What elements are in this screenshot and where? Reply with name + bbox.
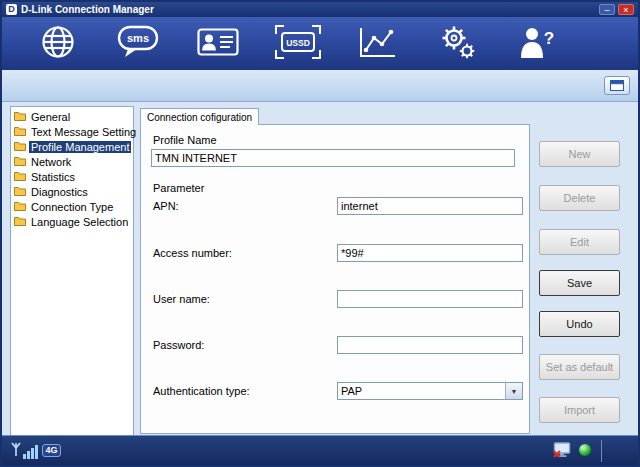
toolbar-network-button[interactable] <box>35 23 81 65</box>
toolbar-settings-button[interactable] <box>435 23 481 65</box>
folder-icon <box>14 171 26 183</box>
authentication-type-label: Authentication type: <box>153 385 250 397</box>
save-button[interactable]: Save <box>539 270 620 296</box>
globe-icon <box>39 23 77 65</box>
apn-input[interactable] <box>337 197 523 215</box>
monitor-disconnected-icon[interactable] <box>552 442 572 462</box>
line-chart-icon <box>358 25 398 63</box>
sidebar-item-text-message-setting[interactable]: Text Message Setting <box>11 124 133 139</box>
status-bar: 4G <box>2 435 638 465</box>
chevron-down-icon[interactable]: ▼ <box>505 383 522 399</box>
sidebar-item-statistics[interactable]: Statistics <box>11 169 133 184</box>
parameter-group-label: Parameter <box>153 182 204 194</box>
sidebar-item-connection-type[interactable]: Connection Type <box>11 199 133 214</box>
sidebar-item-language-selection[interactable]: Language Selection <box>11 214 133 229</box>
set-as-default-button[interactable]: Set as default <box>539 354 620 380</box>
contact-card-icon <box>197 26 239 62</box>
sidebar-item-network[interactable]: Network <box>11 154 133 169</box>
profile-name-label: Profile Name <box>153 134 217 146</box>
close-button[interactable]: × <box>618 4 634 15</box>
toolbar-ussd-button[interactable]: USSD <box>275 23 321 65</box>
edit-button[interactable]: Edit <box>539 229 620 255</box>
connection-configuration-panel: Profile Name Parameter APN: Access numbe… <box>140 124 530 434</box>
status-divider <box>601 440 602 462</box>
access-number-label: Access number: <box>153 247 232 259</box>
import-button[interactable]: Import <box>539 397 620 423</box>
navigation-sidebar: General Text Message Setting Profile Man… <box>10 106 134 436</box>
window-title: D-Link Connection Manager <box>21 4 154 15</box>
green-status-orb-icon[interactable] <box>578 443 592 461</box>
app-window: D D-Link Connection Manager – × <box>0 0 640 467</box>
authentication-type-value: PAP <box>338 385 505 397</box>
minimize-button[interactable]: – <box>599 4 615 15</box>
sidebar-item-diagnostics[interactable]: Diagnostics <box>11 184 133 199</box>
folder-icon <box>14 141 26 153</box>
svg-text:sms: sms <box>127 32 149 44</box>
password-input[interactable] <box>337 336 523 354</box>
folder-icon <box>14 111 26 123</box>
delete-button[interactable]: Delete <box>539 185 620 211</box>
gears-icon <box>439 23 477 65</box>
network-type-badge: 4G <box>42 444 61 457</box>
compact-view-button[interactable] <box>604 76 630 95</box>
folder-icon <box>14 216 26 228</box>
toolbar-sms-button[interactable]: sms <box>115 23 161 65</box>
window-icon <box>610 77 624 95</box>
sidebar-item-general[interactable]: General <box>11 109 133 124</box>
ussd-icon: USSD <box>275 25 321 63</box>
user-name-input[interactable] <box>337 290 523 308</box>
profile-name-input[interactable] <box>151 149 515 167</box>
user-name-label: User name: <box>153 293 210 305</box>
access-number-input[interactable] <box>337 244 523 262</box>
help-person-icon: ? <box>518 25 558 63</box>
toolbar-contacts-button[interactable] <box>195 23 241 65</box>
dlink-logo-icon: D <box>6 4 17 15</box>
sms-icon: sms <box>116 24 160 64</box>
sub-toolbar-strip <box>2 70 638 102</box>
main-toolbar: sms <box>2 17 638 70</box>
title-bar: D D-Link Connection Manager – × <box>2 2 638 17</box>
folder-icon <box>14 156 26 168</box>
undo-button[interactable]: Undo <box>539 311 620 337</box>
toolbar-help-button[interactable]: ? <box>515 23 561 65</box>
sidebar-item-profile-management[interactable]: Profile Management <box>11 139 133 154</box>
folder-icon <box>14 126 26 138</box>
folder-icon <box>14 201 26 213</box>
apn-label: APN: <box>153 200 179 212</box>
signal-strength-icon <box>10 442 40 463</box>
svg-text:?: ? <box>544 29 554 48</box>
authentication-type-select[interactable]: PAP ▼ <box>337 382 523 400</box>
new-button[interactable]: New <box>539 141 620 167</box>
svg-text:USSD: USSD <box>286 38 310 48</box>
tab-connection-configuration[interactable]: Connection cofiguration <box>140 108 259 125</box>
toolbar-statistics-button[interactable] <box>355 23 401 65</box>
password-label: Password: <box>153 339 204 351</box>
folder-icon <box>14 186 26 198</box>
